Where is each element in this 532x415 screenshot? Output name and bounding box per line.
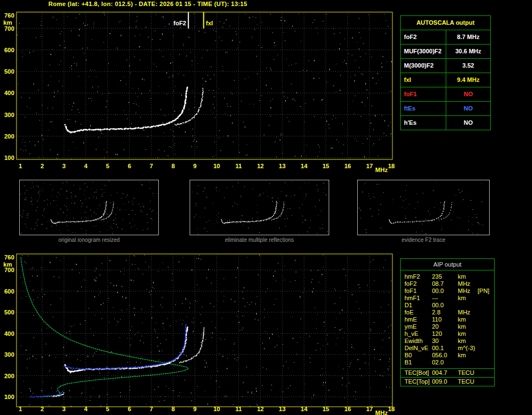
aip-param: h_vE — [404, 330, 432, 337]
aip-tec-row-0: TEC[Bot]004.7TECU — [401, 368, 494, 377]
station-header: Rome (lat: +41.8, lon: 012.5) - DATE: 20… — [48, 1, 247, 7]
top-ionogram-plot: foF2fxI100200300400500600700760km1234567… — [0, 8, 398, 175]
x-tick-label: 12 — [257, 163, 264, 169]
thumbnail-evidence-f2-trace — [357, 180, 490, 235]
x-axis-unit-label: MHz — [375, 167, 388, 173]
aip-unit: km — [458, 316, 478, 323]
x-tick-label: 9 — [193, 406, 197, 412]
aip-row-3: hmF1---km — [401, 295, 494, 302]
aip-unit: km — [458, 295, 478, 302]
x-axis-unit-label: MHz — [375, 410, 388, 415]
x-tick-label: 6 — [128, 406, 131, 412]
aip-row-11: B0056.0km — [401, 352, 494, 359]
y-tick-label: 500 — [4, 68, 14, 75]
autoscala-value: NO — [446, 116, 490, 130]
x-tick-label: 3 — [62, 163, 65, 169]
aip-value: 00.0 — [432, 287, 458, 295]
aip-param: foF1 — [404, 287, 432, 295]
y-tick-label: 500 — [4, 309, 14, 316]
aip-value: --- — [432, 295, 458, 302]
x-tick-label: 11 — [235, 406, 242, 412]
aip-param: ymE — [404, 323, 432, 330]
aip-value: 02.0 — [432, 359, 458, 366]
marker-label-fxI: fxI — [206, 20, 213, 26]
thumb-0-plot — [20, 180, 158, 235]
aip-param: hmF2 — [404, 273, 432, 280]
thumb-2-plot — [358, 180, 489, 235]
aip-param: D1 — [404, 302, 432, 309]
y-axis-unit-label: km — [3, 261, 12, 268]
x-tick-label: 8 — [171, 163, 175, 169]
y-tick-label: 400 — [4, 90, 14, 96]
aip-param: B0 — [404, 352, 432, 359]
thumbnail-caption-original: original ionogram resized — [19, 237, 159, 243]
aip-row-1: foF208.7MHz — [401, 280, 494, 287]
y-tick-label: 600 — [4, 288, 14, 295]
x-tick-label: 12 — [257, 406, 264, 412]
aip-row-0: hmF2235km — [401, 273, 494, 280]
y-tick-label: 760 — [4, 12, 14, 19]
x-tick-label: 5 — [106, 163, 109, 169]
autoscala-value: NO — [446, 87, 490, 101]
autoscala-row-6: h'EsNO — [401, 116, 490, 130]
x-tick-label: 14 — [301, 163, 308, 169]
autoscala-value: NO — [446, 102, 490, 115]
autoscala-row-4: foF1NO — [401, 87, 490, 102]
autoscala-table-title: AUTOSCALA output — [401, 16, 490, 30]
aip-row-8: h_vE120km — [401, 330, 494, 337]
marker-label-foF2: foF2 — [174, 20, 186, 26]
x-tick-label: 4 — [84, 406, 88, 412]
x-tick-label: 8 — [171, 406, 175, 412]
x-tick-label: 4 — [84, 163, 88, 169]
y-axis-unit-label: km — [3, 19, 12, 26]
x-tick-label: 15 — [323, 163, 329, 169]
aip-param: foE — [404, 309, 432, 316]
y-tick-label: 300 — [4, 351, 14, 358]
aip-row-6: hmE110km — [401, 316, 494, 323]
autoscala-row-2: M(3000)F23.52 — [401, 59, 490, 73]
autoscala-value: 30.6 MHz — [446, 45, 490, 58]
y-tick-label: 700 — [4, 25, 14, 32]
aip-param: DelN_vE — [404, 345, 432, 352]
autoscala-output-table: AUTOSCALA output foF28.7 MHzMUF(3000)F23… — [400, 15, 491, 130]
x-tick-label: 3 — [62, 406, 65, 412]
aip-unit: km — [458, 352, 478, 359]
bottom-ionogram-plot: 100200300400500600700760km12345678910111… — [0, 250, 398, 415]
y-tick-label: 400 — [4, 330, 14, 337]
aip-row-4: D100.0 — [401, 302, 494, 309]
aip-unit: km — [458, 323, 478, 330]
x-tick-label: 7 — [149, 163, 153, 169]
aip-tec-param: TEC[Bot] — [404, 369, 432, 377]
aip-tec-param: TEC[Top] — [404, 378, 432, 386]
x-tick-label: 17 — [366, 163, 373, 169]
thumbnail-original-ionogram — [19, 180, 159, 235]
aip-unit: km — [458, 273, 478, 280]
thumbnail-caption-eliminate: eliminate multiple reflections — [190, 237, 329, 243]
x-tick-label: 13 — [279, 406, 285, 412]
y-tick-label: 200 — [4, 133, 14, 140]
aip-unit: MHz — [458, 287, 478, 295]
thumb-1-plot — [190, 180, 329, 235]
x-tick-label: 17 — [366, 406, 373, 412]
x-tick-label: 13 — [279, 163, 285, 169]
aip-unit: MHz — [458, 309, 478, 316]
autoscala-param: foF2 — [401, 30, 446, 44]
autoscala-param: foF1 — [401, 87, 446, 101]
y-tick-label: 760 — [4, 254, 14, 261]
x-tick-label: 11 — [235, 163, 242, 169]
aip-row-5: foE2.8MHz — [401, 309, 494, 316]
y-tick-label: 100 — [4, 394, 14, 400]
x-tick-label: 10 — [213, 406, 220, 412]
x-tick-label: 6 — [128, 163, 131, 169]
aip-value: 00.0 — [432, 302, 458, 309]
x-tick-label: 2 — [41, 163, 44, 169]
y-tick-label: 600 — [4, 47, 14, 53]
aip-value: 235 — [432, 273, 458, 280]
autoscala-param: M(3000)F2 — [401, 59, 446, 73]
x-tick-label: 16 — [344, 163, 351, 169]
aip-value: 110 — [432, 316, 458, 323]
aip-param: hmF1 — [404, 295, 432, 302]
bottom-ionogram-chart: 100200300400500600700760km12345678910111… — [0, 250, 398, 415]
aip-tec-row-1: TEC[Top]009.0TECU — [401, 377, 494, 386]
x-tick-label: 1 — [19, 163, 22, 169]
